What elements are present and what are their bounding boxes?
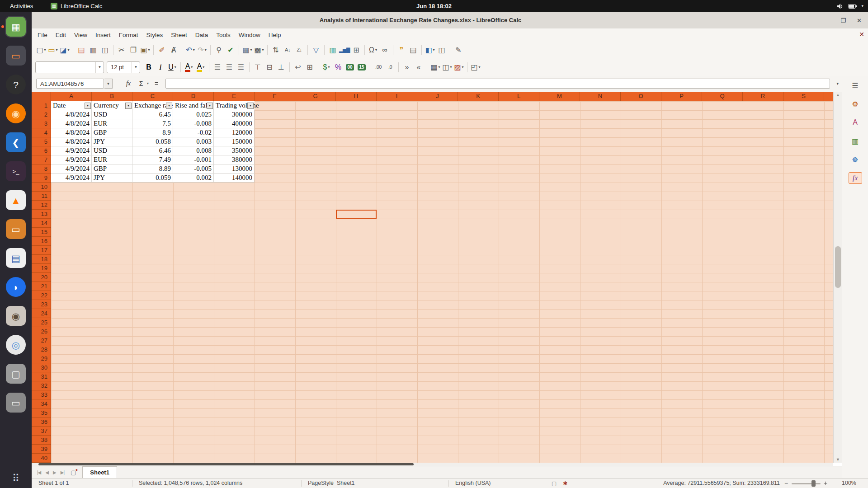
cell-D8[interactable]: -0.005 (173, 164, 214, 174)
close-button[interactable]: ✕ (857, 17, 862, 24)
borders-dropdown-arrow[interactable]: ▾ (439, 65, 440, 69)
cell-C6[interactable]: 6.46 (132, 146, 173, 155)
row-header-31[interactable]: 31 (32, 372, 51, 381)
align-center-button[interactable]: ☰ (224, 61, 235, 73)
row-header-35[interactable]: 35 (32, 408, 51, 418)
cell-C8[interactable]: 8.89 (132, 164, 173, 174)
row-header-39[interactable]: 39 (32, 445, 51, 454)
insert-special-character-button[interactable]: Ω▾ (368, 44, 378, 56)
row-header-19[interactable]: 19 (32, 264, 51, 273)
column-header-K[interactable]: K (458, 92, 499, 101)
row-header-14[interactable]: 14 (32, 219, 51, 228)
horizontal-scrollbar[interactable] (32, 463, 833, 466)
cell-A8[interactable]: 4/9/2024 (51, 164, 92, 174)
insert-special-character-dropdown-arrow[interactable]: ▾ (375, 48, 377, 52)
first-sheet-button[interactable]: |◀ (37, 470, 41, 475)
open-button[interactable]: ▭▾ (47, 44, 58, 56)
focused-app-menu[interactable]: ▦ LibreOffice Calc (51, 0, 102, 12)
row-header-27[interactable]: 27 (32, 336, 51, 345)
menu-tools[interactable]: Tools (212, 30, 235, 40)
row-header-7[interactable]: 7 (32, 155, 51, 164)
paste-button[interactable]: ▣▾ (140, 44, 151, 56)
format-as-percent-button[interactable]: % (333, 61, 344, 73)
sort-button[interactable]: ⇅ (270, 44, 281, 56)
insert-image-button[interactable]: ▥ (327, 44, 338, 56)
row-header-18[interactable]: 18 (32, 255, 51, 264)
decrease-indent-button[interactable]: « (413, 61, 424, 73)
sheet-tab-sheet1[interactable]: Sheet1 (82, 466, 117, 479)
redo-dropdown-arrow[interactable]: ▾ (205, 48, 207, 52)
select-all-corner[interactable] (32, 92, 51, 101)
cell-E5[interactable]: 150000 (214, 137, 255, 146)
row-header-15[interactable]: 15 (32, 228, 51, 237)
function-wizard-button[interactable]: fx (123, 79, 134, 89)
column-header-T[interactable]: T (824, 92, 833, 101)
menu-help[interactable]: Help (264, 30, 285, 40)
name-box-dropdown-arrow[interactable]: ▼ (104, 79, 113, 89)
autofilter-button-C[interactable]: ▾ (166, 103, 172, 109)
delete-decimal-place-button[interactable]: .0 (385, 61, 396, 73)
underline-dropdown-arrow[interactable]: ▾ (175, 65, 176, 69)
cell-A2[interactable]: 4/8/2024 (51, 110, 92, 119)
menu-edit[interactable]: Edit (52, 30, 70, 40)
launcher-terminal[interactable]: >_ (0, 161, 32, 181)
format-as-currency-button[interactable]: $▾ (321, 61, 332, 73)
autofilter-button-A[interactable]: ▾ (85, 103, 91, 109)
cell-B2[interactable]: USD (92, 110, 132, 119)
font-color-button[interactable]: A▾ (184, 61, 194, 73)
expand-formula-bar-arrow[interactable]: ▾ (836, 81, 839, 86)
row-header-37[interactable]: 37 (32, 427, 51, 436)
column-header-Q[interactable]: Q (702, 92, 743, 101)
insert-hyperlink-button[interactable]: ∞ (379, 44, 390, 56)
cell-E3[interactable]: 400000 (214, 119, 255, 128)
selection-mode-icon[interactable]: ▢ (552, 480, 557, 487)
insert-sheet-button[interactable]: ▢ ● (71, 469, 76, 476)
cell-C9[interactable]: 0.059 (132, 174, 173, 183)
column-header-C[interactable]: C (132, 92, 173, 101)
restore-button[interactable]: ❐ (840, 17, 846, 24)
select-function-dropdown-arrow[interactable]: ▾ (146, 79, 150, 89)
cell-C7[interactable]: 7.49 (132, 155, 173, 164)
undo-dropdown-arrow[interactable]: ▾ (193, 48, 195, 52)
open-styles-deck-button[interactable]: A (849, 117, 862, 128)
cell-B6[interactable]: USD (92, 146, 132, 155)
zoom-slider[interactable] (792, 483, 821, 484)
open-navigator-deck-button[interactable]: ☸ (849, 154, 862, 165)
font-size-dropdown-arrow[interactable]: ▼ (132, 62, 140, 73)
toggle-print-preview-button[interactable]: ◫ (99, 44, 110, 56)
row-header-4[interactable]: 4 (32, 128, 51, 137)
clear-formatting-button[interactable]: Ⱥ (168, 44, 179, 56)
insert-chart-button[interactable]: ▂▅▇ (339, 44, 350, 56)
cell-D2[interactable]: 0.025 (173, 110, 214, 119)
merge-cells-button[interactable]: ⊞ (304, 61, 315, 73)
document-modified-icon[interactable]: ✱ (563, 480, 567, 487)
undo-button[interactable]: ↶▾ (185, 44, 196, 56)
cell-B7[interactable]: EUR (92, 155, 132, 164)
freeze-rows-and-columns-button[interactable]: ◧▾ (425, 44, 435, 56)
launcher-libreoffice-calc[interactable]: ▦ (0, 17, 32, 37)
launcher-app-grey-one[interactable]: ▢ (0, 364, 32, 384)
show-draw-functions-button[interactable]: ✎ (453, 44, 464, 56)
cell-C2[interactable]: 6.45 (132, 110, 173, 119)
launcher-thunderbird[interactable]: ◗ (0, 277, 32, 297)
insert-comment-button[interactable]: ❞ (396, 44, 407, 56)
column-dropdown-arrow[interactable]: ▾ (262, 48, 264, 52)
vertical-scrollbar-thumb[interactable] (835, 246, 841, 288)
column-header-A[interactable]: A (51, 92, 92, 101)
language-status[interactable]: English (USA) (455, 479, 491, 488)
borders-button[interactable]: ▦▾ (430, 61, 441, 73)
insert-pivot-table-button[interactable]: ⊞ (351, 44, 362, 56)
row-header-20[interactable]: 20 (32, 273, 51, 282)
cells-area[interactable]: Date▾Currency▾Exchange rate▾Rise and fal… (51, 101, 833, 463)
border-style-dropdown-arrow[interactable]: ▾ (450, 65, 452, 69)
find-and-replace-button[interactable]: ⚲ (213, 44, 224, 56)
launcher-app-grey-two[interactable]: ▭ (0, 393, 32, 413)
cell-B5[interactable]: JPY (92, 137, 132, 146)
autofilter-button-D[interactable]: ▾ (207, 103, 213, 109)
column-header-H[interactable]: H (336, 92, 377, 101)
row-header-21[interactable]: 21 (32, 282, 51, 291)
row-header-23[interactable]: 23 (32, 300, 51, 309)
export-as-pdf-button[interactable]: ▤ (76, 44, 87, 56)
bold-button[interactable]: B (143, 61, 154, 73)
launcher-libreoffice-impress[interactable]: ▭ (0, 46, 32, 66)
